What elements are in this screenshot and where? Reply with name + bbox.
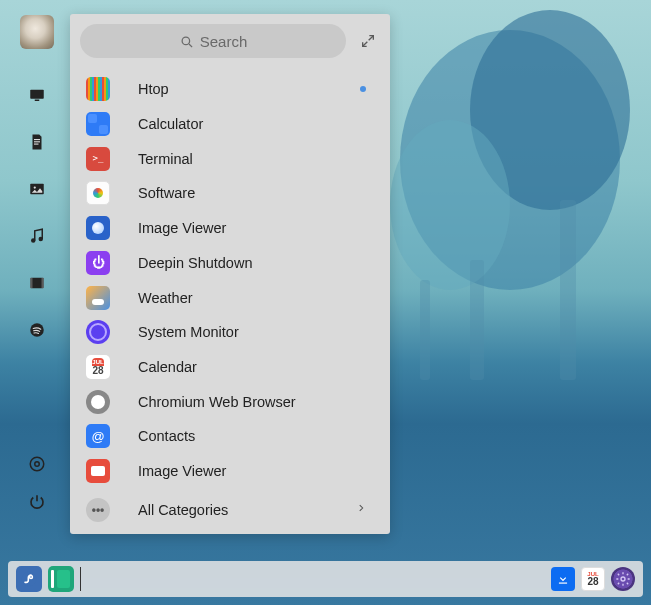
shut-icon: [86, 251, 110, 275]
app-item-imgv[interactable]: Image Viewer: [80, 211, 380, 246]
app-label: Htop: [138, 81, 360, 97]
svg-rect-3: [34, 141, 40, 142]
app-item-htop[interactable]: Htop: [80, 72, 380, 107]
video-icon[interactable]: [27, 273, 47, 293]
svg-point-20: [621, 577, 625, 581]
svg-rect-19: [559, 583, 567, 584]
svg-line-16: [189, 44, 192, 47]
app-label: Image Viewer: [138, 220, 366, 236]
music-icon[interactable]: [27, 226, 47, 246]
all-categories-icon: •••: [86, 498, 110, 522]
app-launcher-panel: Search HtopCalculatorTerminalSoftwareIma…: [70, 14, 390, 534]
app-item-cont[interactable]: Contacts: [80, 419, 380, 454]
tray-calendar-day: 28: [587, 577, 598, 587]
spotify-icon[interactable]: [27, 320, 47, 340]
app-label: System Monitor: [138, 324, 366, 340]
search-input[interactable]: Search: [80, 24, 346, 58]
expand-fullscreen-icon[interactable]: [356, 33, 380, 49]
app-label: Contacts: [138, 428, 366, 444]
app-item-term[interactable]: Terminal: [80, 141, 380, 176]
taskbar: JUL 28: [8, 561, 643, 597]
svg-point-14: [30, 457, 44, 471]
svg-point-15: [182, 37, 190, 45]
app-label: Deepin Shutdown: [138, 255, 366, 271]
document-icon[interactable]: [27, 132, 47, 152]
svg-rect-4: [34, 144, 39, 145]
user-avatar[interactable]: [20, 15, 54, 49]
svg-point-8: [39, 238, 42, 241]
weat-icon: [86, 286, 110, 310]
tray-download-icon[interactable]: [551, 567, 575, 591]
app-label: Terminal: [138, 151, 366, 167]
app-list: HtopCalculatorTerminalSoftwareImage View…: [80, 72, 380, 489]
tray-calendar-icon[interactable]: JUL 28: [581, 567, 605, 591]
svg-rect-10: [30, 278, 32, 289]
svg-point-13: [35, 462, 40, 467]
taskbar-command-input[interactable]: [80, 567, 551, 591]
settings-icon[interactable]: [27, 454, 47, 474]
side-dock: [17, 15, 57, 520]
imgv-icon: [86, 216, 110, 240]
cont-icon: [86, 424, 110, 448]
sysm-icon: [86, 320, 110, 344]
fedora-menu-button[interactable]: [16, 566, 42, 592]
app-item-shut[interactable]: Deepin Shutdown: [80, 246, 380, 281]
app-label: Calendar: [138, 359, 366, 375]
svg-rect-2: [34, 139, 40, 140]
image-icon[interactable]: [27, 179, 47, 199]
app-label: Chromium Web Browser: [138, 394, 366, 410]
search-icon: [179, 34, 194, 49]
app-item-calc[interactable]: Calculator: [80, 107, 380, 142]
running-indicator: [360, 86, 366, 92]
app-label: Image Viewer: [138, 463, 366, 479]
monitor-icon[interactable]: [27, 85, 47, 105]
app-item-chro[interactable]: Chromium Web Browser: [80, 384, 380, 419]
all-categories-button[interactable]: ••• All Categories: [80, 493, 380, 529]
chro-icon: [86, 390, 110, 414]
tray-settings-icon[interactable]: [611, 567, 635, 591]
search-placeholder: Search: [200, 33, 248, 50]
app-label: Calculator: [138, 116, 366, 132]
cal-icon: JUL28: [86, 355, 110, 379]
app-item-soft[interactable]: Software: [80, 176, 380, 211]
app-item-imgv2[interactable]: Image Viewer: [80, 454, 380, 489]
app-item-cal[interactable]: JUL28Calendar: [80, 350, 380, 385]
app-item-sysm[interactable]: System Monitor: [80, 315, 380, 350]
calc-icon: [86, 112, 110, 136]
all-categories-label: All Categories: [138, 502, 356, 518]
htop-icon: [86, 77, 110, 101]
svg-point-6: [34, 186, 36, 188]
soft-icon: [86, 181, 110, 205]
svg-rect-1: [35, 100, 40, 102]
svg-rect-0: [30, 90, 44, 99]
imgv2-icon: [86, 459, 110, 483]
svg-rect-11: [42, 278, 44, 289]
svg-point-7: [32, 239, 35, 242]
chevron-right-icon: [356, 501, 366, 519]
app-label: Weather: [138, 290, 366, 306]
taskbar-terminal-button[interactable]: [48, 566, 74, 592]
app-label: Software: [138, 185, 366, 201]
power-icon[interactable]: [27, 492, 47, 512]
app-item-weat[interactable]: Weather: [80, 280, 380, 315]
term-icon: [86, 147, 110, 171]
